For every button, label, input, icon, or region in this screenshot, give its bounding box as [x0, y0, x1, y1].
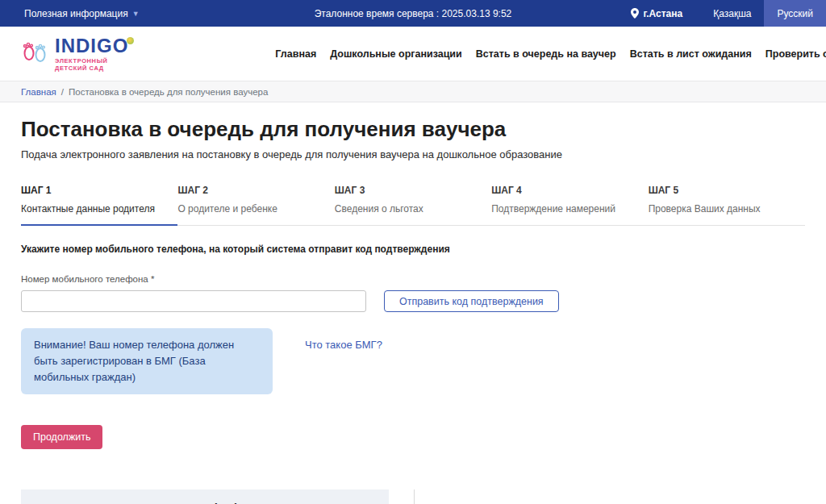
nav-preschool-orgs[interactable]: Дошкольные организации: [330, 48, 462, 60]
phone-field-label: Номер мобильного телефона *: [21, 274, 805, 284]
baby-feet-icon: [21, 39, 48, 69]
breadcrumb-home-link[interactable]: Главная: [21, 87, 56, 97]
step-1-label: Контактные данные родителя: [21, 203, 177, 215]
breadcrumb-separator: /: [61, 87, 64, 97]
step-3-label: Сведения о льготах: [335, 203, 491, 215]
app-install-help-box: Как установить приложение ed24.kz? Коды …: [21, 489, 389, 504]
tab-step-5[interactable]: ШАГ 5 Проверка Ваших данных: [649, 185, 805, 225]
section-vertical-divider: [414, 489, 415, 504]
logo-title: INDIGO: [55, 36, 128, 56]
header: INDIGO ЭЛЕКТРОННЫЙ ДЕТСКИЙ САД Главная Д…: [0, 27, 826, 81]
logo[interactable]: INDIGO ЭЛЕКТРОННЫЙ ДЕТСКИЙ САД: [21, 36, 134, 72]
city-selector[interactable]: г.Астана: [631, 8, 682, 19]
tab-step-3[interactable]: ШАГ 3 Сведения о льготах: [335, 185, 491, 225]
chevron-down-icon: ▼: [132, 10, 140, 18]
logo-dot-icon: [127, 37, 134, 44]
tab-step-2[interactable]: ШАГ 2 О родителе и ребенке: [177, 185, 334, 225]
page-subtitle: Подача электронного заявления на постано…: [21, 148, 805, 160]
what-is-bmg-link[interactable]: Что такое БМГ?: [305, 339, 382, 351]
page-title: Постановка в очередь для получения вауче…: [21, 117, 805, 142]
tab-step-1[interactable]: ШАГ 1 Контактные данные родителя: [21, 185, 177, 226]
phone-row: Отправить код подтверждения: [21, 290, 805, 312]
step-4-number: ШАГ 4: [491, 185, 648, 196]
city-label: г.Астана: [643, 8, 682, 19]
nav-voucher-queue[interactable]: Встать в очередь на ваучер: [476, 48, 616, 60]
step-5-number: ШАГ 5: [649, 185, 805, 196]
top-bar: Полезная информация ▼ Эталонное время се…: [0, 0, 826, 27]
breadcrumb: Главная / Постановка в очередь для получ…: [0, 81, 826, 102]
nav-waiting-list[interactable]: Встать в лист ожидания: [630, 48, 752, 60]
useful-info-label: Полезная информация: [24, 8, 128, 19]
nav-home[interactable]: Главная: [275, 48, 316, 60]
main-content: Постановка в очередь для получения вауче…: [0, 102, 826, 449]
topbar-right: г.Астана Қазақша Русский: [631, 0, 826, 27]
logo-subtitle: ЭЛЕКТРОННЫЙ ДЕТСКИЙ САД: [55, 57, 134, 72]
phone-input[interactable]: [21, 290, 366, 312]
step-2-label: О родителе и ребенке: [177, 203, 334, 215]
logo-text: INDIGO ЭЛЕКТРОННЫЙ ДЕТСКИЙ САД: [55, 36, 134, 72]
lang-kazakh[interactable]: Қазақша: [700, 0, 764, 27]
warning-row: Внимание! Ваш номер телефона должен быть…: [21, 328, 805, 394]
main-nav: Главная Дошкольные организации Встать в …: [275, 48, 826, 60]
breadcrumb-current: Постановка в очередь для получения вауче…: [69, 87, 268, 97]
nav-check-queue[interactable]: Проверить очередь: [766, 48, 826, 60]
help-section: Как установить приложение ed24.kz? Коды …: [0, 489, 826, 504]
phone-instruction: Укажите номер мобильного телефона, на ко…: [21, 244, 805, 255]
step-2-number: ШАГ 2: [177, 185, 334, 196]
step-3-number: ШАГ 3: [335, 185, 491, 196]
tab-step-4[interactable]: ШАГ 4 Подтверждение намерений: [491, 185, 648, 225]
continue-button[interactable]: Продолжить: [21, 425, 102, 449]
step-5-label: Проверка Ваших данных: [649, 203, 805, 215]
steps-tabs: ШАГ 1 Контактные данные родителя ШАГ 2 О…: [21, 185, 805, 226]
send-code-button[interactable]: Отправить код подтверждения: [384, 290, 559, 312]
useful-info-menu[interactable]: Полезная информация ▼: [0, 8, 140, 19]
step-4-label: Подтверждение намерений: [491, 203, 648, 215]
lang-russian[interactable]: Русский: [764, 0, 826, 27]
location-pin-icon: [631, 8, 639, 19]
bmg-warning-box: Внимание! Ваш номер телефона должен быть…: [21, 328, 273, 394]
step-1-number: ШАГ 1: [21, 185, 177, 196]
